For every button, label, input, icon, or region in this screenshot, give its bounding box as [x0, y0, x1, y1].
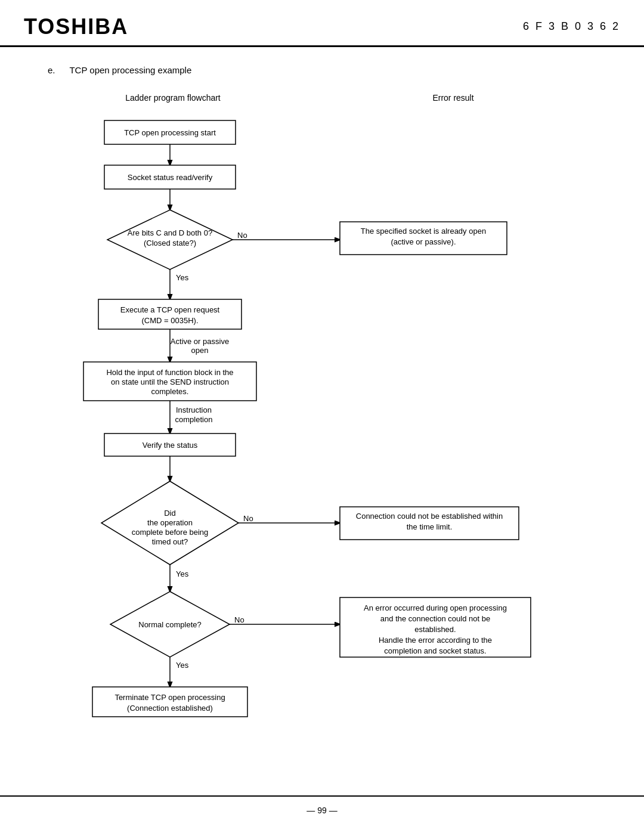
err-box-1-line1: The specified socket is already open: [361, 227, 486, 236]
section-title: e. TCP open processing example: [48, 65, 608, 75]
node-did-complete-2: the operation: [147, 518, 193, 527]
column-headers: Ladder program flowchart Error result: [48, 93, 608, 103]
label-yes-2: Yes: [176, 569, 189, 578]
node-terminate-2: (Connection established): [127, 704, 213, 713]
node-normal-complete: Normal complete?: [138, 620, 202, 629]
label-no-3: No: [234, 615, 244, 624]
node-did-complete-1: Did: [164, 509, 176, 518]
node-hold-input-1: Hold the input of function block in the: [106, 368, 233, 377]
svg-text:(CMD = 0035H).: (CMD = 0035H).: [142, 316, 199, 325]
header: TOSHIBA 6 F 3 B 0 3 6 2: [0, 0, 644, 47]
page: TOSHIBA 6 F 3 B 0 3 6 2 e. TCP open proc…: [0, 0, 644, 833]
label-completion: completion: [175, 415, 213, 424]
label-active-passive: Active or passive: [171, 337, 229, 346]
err-box-3-line5: completion and socket status.: [384, 646, 486, 655]
err-box-2-line1: Connection could not be established with…: [356, 512, 503, 521]
col-header-right: Error result: [298, 93, 608, 103]
node-hold-input-3: completes.: [151, 387, 189, 396]
node-did-complete-4: timed out?: [152, 537, 188, 546]
node-execute-tcp: Execute a TCP open request: [120, 305, 220, 314]
node-hold-input-2: on state until the SEND instruction: [111, 377, 229, 386]
svg-text:open: open: [191, 346, 209, 355]
section-text: TCP open processing example: [69, 65, 191, 75]
label-no-1: No: [237, 231, 247, 240]
flowchart-svg: TCP open processing start Socket status …: [48, 114, 620, 770]
doc-number: 6 F 3 B 0 3 6 2: [523, 20, 620, 33]
footer: — 99 —: [0, 795, 644, 815]
node-terminate-1: Terminate TCP open processing: [114, 693, 225, 702]
label-instruction: Instruction: [176, 405, 212, 414]
err-box-3-line3: established.: [414, 625, 456, 634]
svg-text:(Closed state?): (Closed state?): [144, 239, 196, 247]
node-bits-cd: Are bits C and D both 0?: [128, 228, 212, 237]
err-box-3-line2: and the connection could not be: [380, 614, 490, 623]
err-box-2-line2: the time limit.: [407, 522, 453, 531]
col-header-left: Ladder program flowchart: [48, 93, 298, 103]
err-box-3-line1: An error occurred during open processing: [364, 603, 507, 612]
label-yes-1: Yes: [176, 273, 189, 282]
node-start: TCP open processing start: [124, 128, 216, 137]
section-letter: e.: [48, 65, 55, 75]
content: e. TCP open processing example Ladder pr…: [0, 47, 644, 797]
err-box-3-line4: Handle the error according to the: [379, 636, 492, 645]
err-box-1-line2: (active or passive).: [391, 237, 456, 246]
label-yes-3: Yes: [176, 661, 189, 670]
label-no-2: No: [243, 514, 253, 523]
node-socket-status: Socket status read/verify: [128, 173, 213, 182]
node-verify-status: Verify the status: [143, 441, 198, 450]
page-number: — 99 —: [306, 806, 337, 815]
logo: TOSHIBA: [24, 14, 128, 39]
node-did-complete-3: complete before being: [132, 528, 209, 537]
